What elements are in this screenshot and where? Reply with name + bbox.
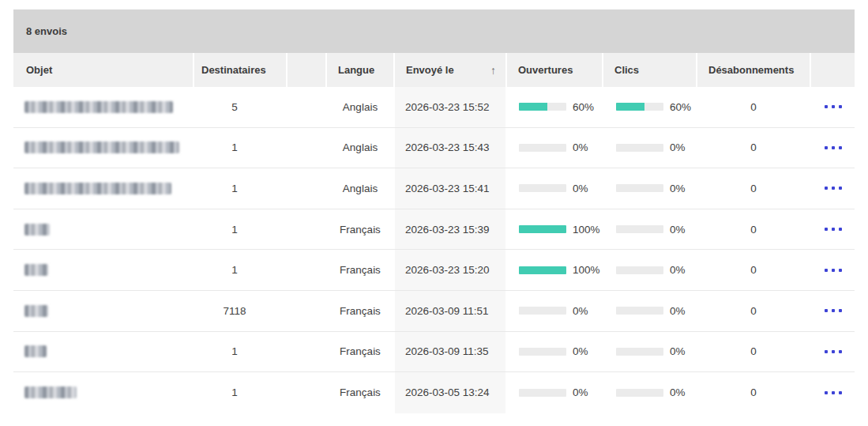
cell-ouvertures: 0% — [507, 128, 602, 168]
ouvertures-progress-track — [519, 348, 566, 356]
envois-count-label: 8 envois — [26, 25, 67, 37]
cell-objet — [13, 372, 193, 413]
cell-desabonnements: 0 — [697, 291, 810, 331]
cell-clics: 0% — [603, 128, 696, 168]
clics-progress-track — [616, 389, 663, 397]
ellipsis-dot-icon — [825, 350, 828, 353]
column-header-desabonnements[interactable]: Désabonnements — [697, 53, 810, 87]
row-actions-menu-button[interactable] — [821, 306, 845, 315]
email-subject-redacted[interactable] — [24, 183, 171, 194]
cell-langue: Anglais — [327, 128, 393, 168]
column-header-destinataires[interactable]: Destinataires — [194, 53, 286, 87]
ouvertures-percent-label: 0% — [573, 386, 588, 398]
cell-destinataires: 5 — [194, 87, 286, 127]
ouvertures-percent-label: 0% — [573, 183, 588, 194]
row-actions-menu-button[interactable] — [821, 224, 845, 234]
ouvertures-progress-track — [519, 103, 566, 111]
cell-langue: Français — [327, 291, 393, 331]
ellipsis-dot-icon — [825, 187, 828, 190]
clics-progress-track — [616, 307, 663, 315]
cell-clics: 0% — [603, 209, 696, 250]
email-subject-redacted[interactable] — [24, 224, 50, 236]
cell-ouvertures: 100% — [507, 209, 602, 250]
table-row: 1 Français 2026-03-09 11:35 0% 0% 0 — [13, 332, 855, 373]
cell-envoye-le: 2026-03-23 15:52 — [395, 87, 505, 127]
ellipsis-dot-icon — [825, 146, 828, 149]
cell-langue: Français — [327, 332, 393, 372]
cell-desabonnements: 0 — [697, 250, 810, 290]
clics-percent-label: 0% — [670, 345, 686, 357]
ouvertures-progress-track — [519, 184, 566, 192]
cell-actions — [811, 372, 855, 413]
clics-percent-label: 0% — [670, 264, 686, 276]
email-subject-redacted[interactable] — [24, 101, 173, 113]
ouvertures-progress-track — [519, 307, 566, 315]
ouvertures-percent-label: 0% — [573, 305, 588, 317]
ellipsis-dot-icon — [839, 105, 842, 108]
column-header-ouvertures[interactable]: Ouvertures — [507, 53, 602, 87]
email-subject-redacted[interactable] — [24, 305, 48, 317]
ouvertures-progress-track — [519, 225, 566, 233]
column-header-objet[interactable]: Objet — [13, 53, 193, 87]
column-header-langue[interactable]: Langue — [327, 53, 393, 87]
clics-progress-track — [616, 266, 663, 274]
clics-percent-label: 0% — [670, 183, 686, 194]
ellipsis-dot-icon — [832, 309, 835, 312]
email-subject-redacted[interactable] — [24, 386, 77, 398]
cell-langue: Anglais — [327, 168, 393, 209]
column-header-spacer — [287, 53, 325, 87]
ellipsis-dot-icon — [825, 269, 828, 272]
ellipsis-dot-icon — [839, 391, 842, 394]
cell-objet — [13, 250, 193, 290]
cell-ouvertures: 0% — [507, 332, 602, 372]
email-subject-redacted[interactable] — [24, 141, 179, 153]
cell-envoye-le: 2026-03-23 15:20 — [395, 250, 505, 290]
cell-langue: Français — [327, 250, 393, 290]
column-header-envoye-le[interactable]: Envoyé le ↑ — [395, 53, 505, 87]
clics-progress-track — [616, 184, 663, 192]
cell-desabonnements: 0 — [697, 332, 810, 372]
row-actions-menu-button[interactable] — [821, 388, 845, 398]
ellipsis-dot-icon — [832, 187, 835, 190]
row-actions-menu-button[interactable] — [821, 266, 845, 275]
clics-progress-track — [616, 103, 663, 111]
cell-actions — [811, 128, 855, 168]
ellipsis-dot-icon — [825, 391, 828, 394]
cell-ouvertures: 0% — [507, 291, 602, 331]
cell-spacer — [287, 291, 325, 331]
cell-objet — [13, 128, 193, 168]
column-header-clics[interactable]: Clics — [603, 53, 696, 87]
table-row: 5 Anglais 2026-03-23 15:52 60% 60% 0 — [13, 87, 855, 128]
ouvertures-progress-track — [519, 389, 566, 397]
cell-destinataires: 7118 — [194, 291, 286, 331]
cell-objet — [13, 209, 193, 250]
ouvertures-percent-label: 60% — [573, 101, 594, 113]
ouvertures-percent-label: 100% — [573, 224, 600, 236]
clics-progress-fill — [616, 103, 644, 111]
row-actions-menu-button[interactable] — [821, 347, 845, 356]
cell-clics: 0% — [603, 168, 696, 209]
email-subject-redacted[interactable] — [24, 264, 48, 276]
cell-actions — [811, 291, 855, 331]
cell-langue: Français — [327, 372, 393, 413]
cell-envoye-le: 2026-03-09 11:35 — [395, 332, 505, 372]
cell-actions — [811, 168, 855, 209]
cell-spacer — [287, 372, 325, 413]
row-actions-menu-button[interactable] — [821, 183, 845, 193]
cell-spacer — [287, 209, 325, 250]
cell-envoye-le: 2026-03-23 15:41 — [395, 168, 505, 209]
row-actions-menu-button[interactable] — [821, 143, 845, 153]
cell-clics: 60% — [603, 87, 696, 127]
cell-langue: Français — [327, 209, 393, 250]
row-actions-menu-button[interactable] — [821, 102, 845, 111]
table-row: 1 Anglais 2026-03-23 15:43 0% 0% 0 — [13, 128, 855, 169]
clics-percent-label: 0% — [670, 224, 686, 236]
clics-progress-track — [616, 225, 663, 233]
ellipsis-dot-icon — [832, 391, 835, 394]
cell-desabonnements: 0 — [697, 372, 810, 413]
ellipsis-dot-icon — [832, 269, 835, 272]
clics-progress-track — [616, 144, 663, 152]
ellipsis-dot-icon — [825, 309, 828, 312]
table-header-row: Objet Destinataires Langue Envoyé le ↑ O… — [13, 53, 855, 87]
email-subject-redacted[interactable] — [24, 345, 47, 357]
